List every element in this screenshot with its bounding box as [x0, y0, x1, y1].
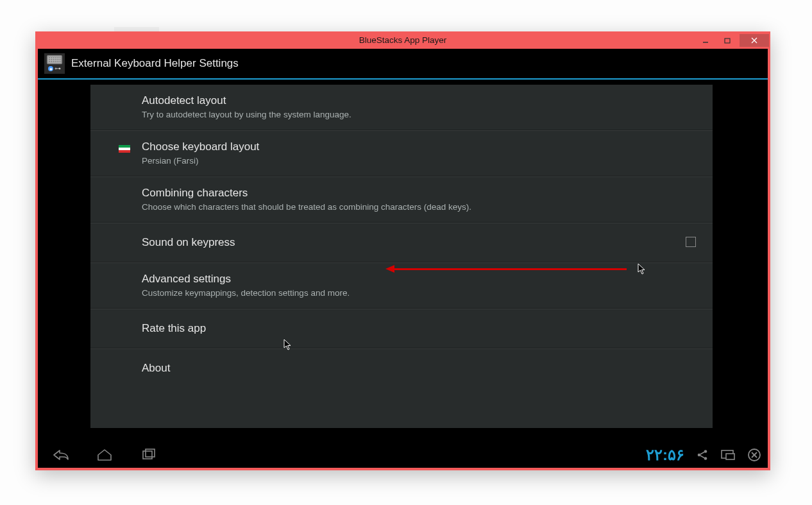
setting-choose-keyboard-layout[interactable]: Choose keyboard layout Persian (Farsi) [90, 130, 713, 176]
share-icon[interactable] [696, 449, 709, 461]
setting-title: Autodetect layout [142, 94, 704, 108]
settings-panel: Autodetect layout Try to autodetect layo… [90, 85, 713, 428]
window-title: BlueStacks App Player [359, 35, 447, 45]
app-title: External Keyboard Helper Settings [71, 57, 239, 70]
statusbar-clock: ۲۲:۵۶ [646, 446, 684, 464]
setting-subtitle: Choose which characters that should be t… [142, 201, 704, 213]
svg-rect-4 [143, 451, 152, 459]
sound-checkbox[interactable] [686, 237, 696, 247]
app-icon: ✱ ⊶ [44, 53, 65, 74]
back-button[interactable] [52, 448, 70, 462]
setting-sound-on-keypress[interactable]: Sound on keypress [90, 223, 713, 262]
setting-subtitle: Customize keymappings, detection setting… [142, 287, 704, 299]
minimize-button[interactable] [696, 35, 715, 46]
svg-rect-1 [725, 39, 730, 43]
setting-title: Choose keyboard layout [142, 140, 704, 154]
close-button[interactable] [740, 34, 769, 47]
window-controls [695, 31, 770, 49]
flag-iran-icon [119, 145, 130, 153]
svg-point-7 [704, 450, 707, 453]
svg-rect-5 [146, 449, 155, 457]
setting-autodetect-layout[interactable]: Autodetect layout Try to autodetect layo… [90, 85, 713, 130]
app-viewport: ✱ ⊶ External Keyboard Helper Settings Au… [38, 49, 768, 468]
setting-combining-characters[interactable]: Combining characters Choose which charac… [90, 176, 713, 223]
setting-title: Sound on keypress [142, 235, 704, 250]
screen-icon[interactable] [720, 449, 736, 461]
app-header: ✱ ⊶ External Keyboard Helper Settings [38, 49, 768, 80]
setting-about[interactable]: About [90, 348, 713, 388]
maximize-button[interactable] [718, 35, 737, 46]
home-button[interactable] [96, 448, 114, 462]
setting-title: About [142, 361, 704, 375]
setting-rate-this-app[interactable]: Rate this app [90, 309, 713, 348]
setting-subtitle: Try to autodetect layout by using the sy… [142, 109, 704, 121]
setting-advanced-settings[interactable]: Advanced settings Customize keymappings,… [90, 262, 713, 309]
setting-title: Rate this app [142, 321, 704, 336]
setting-subtitle: Persian (Farsi) [142, 155, 704, 167]
svg-point-8 [704, 457, 707, 460]
window-titlebar[interactable]: BlueStacks App Player [35, 31, 770, 49]
close-circle-icon[interactable] [747, 448, 761, 462]
background-tab-fragment [114, 27, 159, 31]
svg-line-9 [700, 452, 704, 455]
setting-title: Advanced settings [142, 272, 704, 286]
recent-apps-button[interactable] [139, 448, 157, 462]
android-nav-bar: ۲۲:۵۶ [38, 442, 768, 468]
window-frame: BlueStacks App Player ✱ ⊶ External Keybo… [35, 31, 770, 470]
setting-title: Combining characters [142, 186, 704, 200]
svg-line-10 [700, 456, 704, 458]
svg-rect-12 [726, 454, 734, 459]
